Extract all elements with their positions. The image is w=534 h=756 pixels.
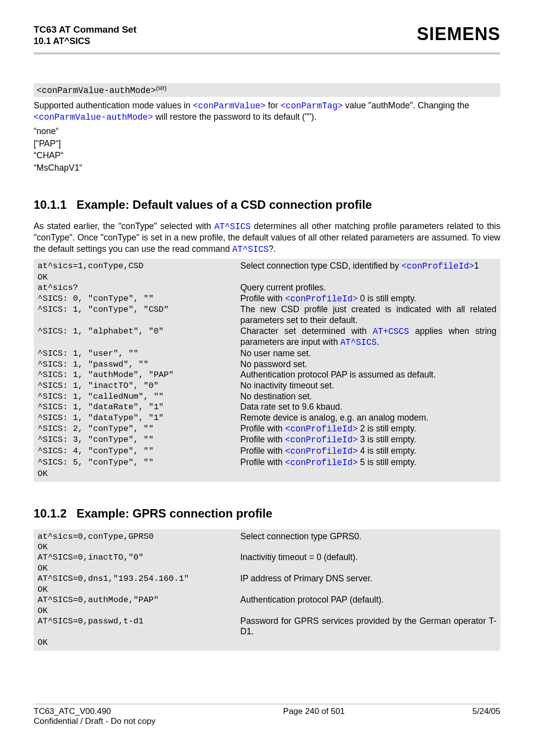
t: Supported authentication mode values in — [34, 100, 193, 110]
t: Query current profiles. — [240, 283, 326, 292]
code-cmd: ^SICS: 4, "conType", "" — [38, 446, 240, 456]
code-desc: Authentication protocol PAP is assumed a… — [240, 370, 496, 380]
footer-doc-id: TC63_ATC_V00.490 — [34, 707, 156, 716]
doc-title: TC63 AT Command Set — [34, 24, 136, 36]
code-row: ^SICS: 1, "user", ""No user name set. — [38, 348, 496, 359]
footer-center: Page 240 of 501 — [283, 707, 345, 726]
t: 3 is still empty. — [357, 434, 416, 444]
code-row: AT^SICS=0,inactTO,"0"Inactivitiy timeout… — [38, 552, 496, 563]
code-row: OK — [38, 272, 496, 283]
code-row: OK — [38, 563, 496, 573]
t: Select connection type CSD, identified b… — [240, 261, 401, 271]
code-row: at^sics=1,conType,CSDSelect connection t… — [38, 261, 496, 272]
link[interactable]: <conProfileId> — [285, 458, 357, 468]
section-intro: As stated earlier, the "conType" selecte… — [34, 221, 500, 255]
code-row: ^SICS: 1, "inactTO", "0"No inactivity ti… — [38, 380, 496, 391]
t: 2 is still empty. — [357, 424, 416, 433]
code-row: AT^SICS=0,authMode,"PAP"Authentication p… — [38, 595, 496, 606]
section-num: 10.1.2 — [34, 507, 67, 520]
content: <conParmValue-authMode>(str) Supported a… — [34, 54, 500, 692]
t: 0 is still empty. — [357, 293, 416, 303]
code-cmd: at^sics? — [38, 283, 240, 293]
link-atsics[interactable]: AT^SICS — [214, 222, 251, 232]
link[interactable]: <conProfileId> — [401, 261, 474, 271]
link[interactable]: <conProfileId> — [285, 294, 357, 304]
code-cmd: ^SICS: 1, "conType", "CSD" — [38, 304, 240, 315]
t: Profile with — [240, 424, 285, 433]
code-cmd: at^sics=0,conType,GPRS0 — [38, 531, 240, 542]
code-desc: Character set determined with AT+CSCS ap… — [240, 326, 496, 348]
param-sup: (str) — [156, 85, 167, 92]
code-cmd: OK — [38, 606, 240, 616]
section-heading-1011: 10.1.1Example: Default values of a CSD c… — [34, 198, 500, 212]
code-desc: Select connection type CSD, identified b… — [240, 261, 496, 272]
code-row: ^SICS: 1, "dataRate", "1"Data rate set t… — [38, 402, 496, 413]
link-conparmvalue[interactable]: <conParmValue> — [193, 101, 266, 111]
code-desc: Profile with <conProfileId> 0 is still e… — [240, 293, 496, 305]
code-desc: IP address of Primary DNS server. — [240, 573, 496, 584]
link-atsics[interactable]: AT^SICS — [232, 244, 269, 254]
link-conparmvalue-authmode[interactable]: <conParmValue-authMode> — [34, 112, 153, 122]
link[interactable]: AT+CSCS — [373, 327, 409, 336]
t: Profile with — [240, 293, 285, 303]
code-row: ^SICS: 3, "conType", ""Profile with <con… — [38, 434, 496, 446]
t: No password set. — [240, 359, 307, 369]
code-row: ^SICS: 1, "authMode", "PAP"Authenticatio… — [38, 370, 496, 380]
code-row: OK — [38, 606, 496, 616]
code-desc: The new CSD profile just created is indi… — [240, 304, 496, 326]
code-desc: Inactivitiy timeout = 0 (default). — [240, 552, 496, 563]
t: Profile with — [240, 457, 285, 467]
code-row: OK — [38, 542, 496, 552]
code-cmd: AT^SICS=0,dns1,"193.254.160.1" — [38, 573, 240, 584]
param-name-block: <conParmValue-authMode>(str) — [34, 83, 500, 96]
t: Remote device is analog, e.g. an analog … — [240, 413, 428, 423]
section-title: Example: Default values of a CSD connect… — [77, 198, 372, 211]
t: 4 is still empty. — [357, 446, 416, 456]
link[interactable]: <conProfileId> — [285, 424, 357, 434]
code-cmd: ^SICS: 2, "conType", "" — [38, 424, 240, 434]
code-row: OK — [38, 637, 496, 648]
link[interactable]: AT^SICS — [340, 337, 377, 347]
code-cmd: AT^SICS=0,authMode,"PAP" — [38, 595, 240, 605]
param-values: “none“ [“PAP“] “CHAP“ “MsChapV1“ — [34, 126, 500, 173]
code-cmd: OK — [38, 469, 240, 479]
t: 5 is still empty. — [357, 457, 416, 467]
code-desc: No destination set. — [240, 391, 496, 402]
code-row: ^SICS: 0, "conType", ""Profile with <con… — [38, 293, 496, 305]
link-conparmtag[interactable]: <conParmTag> — [280, 101, 343, 111]
code-desc: Profile with <conProfileId> 4 is still e… — [240, 446, 496, 457]
code-desc: Remote device is analog, e.g. an analog … — [240, 413, 496, 424]
code-row: AT^SICS=0,passwd,t-d1Password for GPRS s… — [38, 616, 496, 637]
code-row: at^sics=0,conType,GPRS0Select connection… — [38, 531, 496, 542]
code-row: OK — [38, 469, 496, 479]
code-row: ^SICS: 1, "conType", "CSD"The new CSD pr… — [38, 304, 496, 326]
param-value: [“PAP“] — [34, 138, 500, 149]
code-desc: Query current profiles. — [240, 283, 496, 293]
code-cmd: ^SICS: 1, "alphabet", "0" — [38, 326, 240, 336]
code-cmd: ^SICS: 3, "conType", "" — [38, 434, 240, 445]
link[interactable]: <conProfileId> — [285, 435, 357, 445]
code-desc: Profile with <conProfileId> 3 is still e… — [240, 434, 496, 446]
t: Authentication protocol PAP is assumed a… — [240, 370, 436, 379]
t: 1 — [474, 261, 479, 271]
code-desc: No password set. — [240, 359, 496, 370]
section-num: 10.1.1 — [34, 198, 67, 212]
t: for — [266, 100, 280, 110]
link[interactable]: <conProfileId> — [285, 446, 357, 456]
param-value: “MsChapV1“ — [34, 162, 500, 173]
param-value: “none“ — [34, 126, 500, 137]
code-row: ^SICS: 4, "conType", ""Profile with <con… — [38, 446, 496, 457]
code-desc: Select connection type GPRS0. — [240, 531, 496, 542]
code-cmd: OK — [38, 563, 240, 573]
code-cmd: ^SICS: 1, "authMode", "PAP" — [38, 370, 240, 380]
code-row: ^SICS: 1, "passwd", ""No password set. — [38, 359, 496, 370]
code-desc: Password for GPRS services provided by t… — [240, 616, 496, 637]
brand-logo: SIEMENS — [417, 24, 500, 45]
t: As stated earlier, the "conType" selecte… — [34, 221, 214, 231]
code-desc: Profile with <conProfileId> 5 is still e… — [240, 457, 496, 469]
example-table-gprs: at^sics=0,conType,GPRS0Select connection… — [34, 529, 500, 651]
t: No user name set. — [240, 348, 311, 358]
code-desc: No inactivity timeout set. — [240, 380, 496, 391]
t: Data rate set to 9.6 kbaud. — [240, 402, 342, 412]
footer-confidential: Confidential / Draft - Do not copy — [34, 716, 156, 726]
